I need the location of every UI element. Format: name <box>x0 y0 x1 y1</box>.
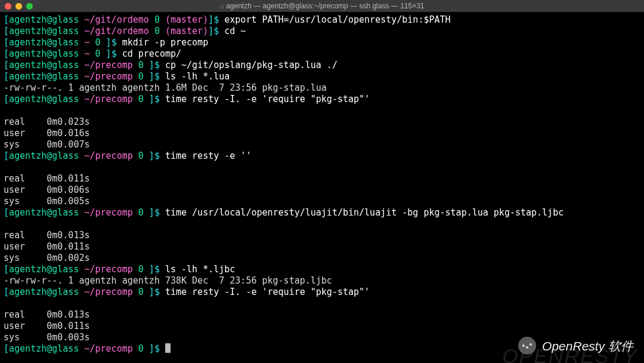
close-icon[interactable] <box>5 3 11 10</box>
window-title: ⌂agentzh — agentzh@glass:~/precomp — ssh… <box>0 1 644 12</box>
terminal-line: [agentzh@glass ~ 0 ]$ mkdir -p precomp <box>4 37 640 48</box>
terminal-line: user 0m0.011s <box>4 241 640 253</box>
terminal-line: sys 0m0.005s <box>4 196 640 207</box>
watermark: OpenResty 软件 <box>518 337 633 355</box>
terminal-line <box>4 219 640 230</box>
traffic-lights <box>5 3 33 10</box>
terminal-line: real 0m0.013s <box>4 309 640 321</box>
terminal-line: [agentzh@glass ~/precomp 0 ]$ cp ~/git/o… <box>4 60 640 71</box>
terminal-line: -rw-rw-r--. 1 agentzh agentzh 1.6M Dec 7… <box>4 82 640 94</box>
terminal-line <box>4 298 640 309</box>
terminal-line: [agentzh@glass ~/git/ordemo 0 (master)]$… <box>4 14 640 26</box>
terminal-output[interactable]: [agentzh@glass ~/git/ordemo 0 (master)]$… <box>0 12 644 357</box>
terminal-line: [agentzh@glass ~/precomp 0 ]$ time resty… <box>4 150 640 162</box>
terminal-line: [agentzh@glass ~/precomp 0 ]$ time /usr/… <box>4 207 640 219</box>
wechat-icon <box>518 337 536 355</box>
terminal-line <box>4 162 640 173</box>
terminal-line: [agentzh@glass ~/git/ordemo 0 (master)]$… <box>4 26 640 37</box>
terminal-line: [agentzh@glass ~ 0 ]$ cd precomp/ <box>4 48 640 60</box>
terminal-line: [agentzh@glass ~/precomp 0 ]$ ls -lh *.l… <box>4 264 640 275</box>
home-icon: ⌂ <box>219 2 224 10</box>
window-titlebar: ⌂agentzh — agentzh@glass:~/precomp — ssh… <box>0 0 644 12</box>
terminal-line: [agentzh@glass ~/precomp 0 ]$ time resty… <box>4 94 640 105</box>
watermark-text: OpenResty 软件 <box>542 340 633 352</box>
terminal-line: real 0m0.013s <box>4 230 640 241</box>
terminal-line: -rw-rw-r--. 1 agentzh agentzh 738K Dec 7… <box>4 275 640 287</box>
terminal-line: [agentzh@glass ~/precomp 0 ]$ time resty… <box>4 287 640 298</box>
terminal-line: user 0m0.011s <box>4 321 640 332</box>
terminal-line: user 0m0.016s <box>4 128 640 139</box>
terminal-line: real 0m0.023s <box>4 116 640 128</box>
terminal-line: sys 0m0.002s <box>4 253 640 264</box>
terminal-line: sys 0m0.007s <box>4 139 640 150</box>
terminal-line: real 0m0.011s <box>4 173 640 184</box>
minimize-icon[interactable] <box>16 3 22 10</box>
terminal-line: [agentzh@glass ~/precomp 0 ]$ ls -lh *.l… <box>4 71 640 82</box>
maximize-icon[interactable] <box>26 3 33 10</box>
cursor <box>165 343 171 353</box>
terminal-line <box>4 105 640 116</box>
terminal-line: user 0m0.006s <box>4 184 640 196</box>
